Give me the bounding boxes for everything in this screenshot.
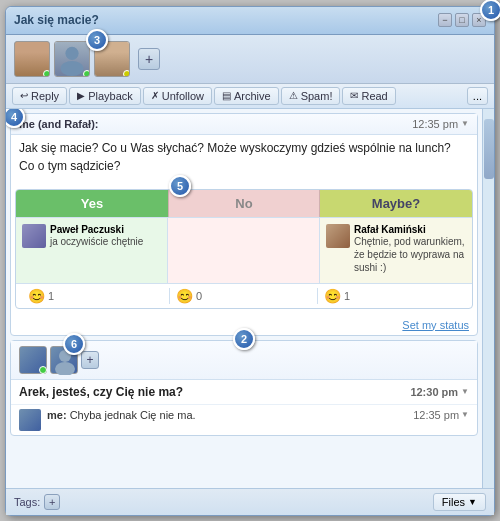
read-button[interactable]: ✉ Read bbox=[342, 87, 395, 105]
svg-point-0 bbox=[65, 46, 78, 59]
spam-icon: ⚠ bbox=[289, 90, 298, 101]
maybe-count: 1 bbox=[344, 290, 350, 302]
conv-1-time-area: 12:35 pm ▼ bbox=[412, 118, 469, 130]
poll-no-votes bbox=[168, 218, 320, 283]
maybe-smiley-icon: 😊 bbox=[324, 288, 341, 304]
reply-time: 12:35 pm bbox=[413, 409, 459, 421]
conv-2-message: Arek, jesteś, czy Cię nie ma? bbox=[19, 385, 183, 399]
add-participant-button[interactable]: + bbox=[138, 48, 160, 70]
conv-1-participants: me (and Rafał): bbox=[19, 118, 98, 130]
status-dot-2 bbox=[83, 70, 90, 77]
yes-smiley-icon: 😊 bbox=[28, 288, 45, 304]
poll-maybe-option[interactable]: Maybe? bbox=[320, 190, 472, 217]
reply-author: me: bbox=[47, 409, 67, 421]
archive-icon: ▤ bbox=[222, 90, 231, 101]
yes-vote-text: Paweł Paczuski ja oczywiście chętnie bbox=[50, 224, 143, 248]
reply-chevron-icon[interactable]: ▼ bbox=[461, 410, 469, 419]
no-count: 0 bbox=[196, 290, 202, 302]
reply-icon: ↩ bbox=[20, 90, 28, 101]
no-count-col: 😊 0 bbox=[170, 288, 318, 304]
status-dot-3 bbox=[123, 70, 130, 77]
conversation-1: 4 me (and Rafał): 12:35 pm ▼ Jak się mac… bbox=[10, 113, 478, 336]
play-icon: ▶ bbox=[77, 90, 85, 101]
no-smiley-icon: 😊 bbox=[176, 288, 193, 304]
yes-count: 1 bbox=[48, 290, 54, 302]
bottom-bar: Tags: + Files ▼ bbox=[6, 488, 494, 515]
poll-votes: Paweł Paczuski ja oczywiście chętnie Raf… bbox=[16, 217, 472, 283]
conv-1-chevron-icon[interactable]: ▼ bbox=[461, 119, 469, 128]
conversations-list: 4 me (and Rafał): 12:35 pm ▼ Jak się mac… bbox=[6, 109, 482, 488]
main-window: Jak się macie? − □ × 1 bbox=[5, 6, 495, 516]
svg-point-3 bbox=[55, 362, 75, 375]
avatar-1[interactable] bbox=[14, 41, 50, 77]
conv-2-add-button[interactable]: + bbox=[81, 351, 99, 369]
yes-voter-avatar bbox=[22, 224, 46, 248]
avatars-bar: 3 + bbox=[6, 35, 494, 84]
scrollbar-thumb[interactable] bbox=[484, 119, 494, 179]
read-icon: ✉ bbox=[350, 90, 358, 101]
title-bar: Jak się macie? − □ × 1 bbox=[6, 7, 494, 35]
conv-2-time-area: 12:30 pm ▼ bbox=[410, 385, 469, 399]
maybe-voter-avatar bbox=[326, 224, 350, 248]
main-content: 4 me (and Rafał): 12:35 pm ▼ Jak się mac… bbox=[6, 109, 494, 488]
poll-footer: 😊 1 😊 0 😊 1 bbox=[16, 283, 472, 308]
tags-label: Tags: bbox=[14, 496, 40, 508]
conv-1-time: 12:35 pm bbox=[412, 118, 458, 130]
conv-2-time: 12:30 pm bbox=[410, 386, 458, 398]
yes-vote-entry: Paweł Paczuski ja oczywiście chętnie bbox=[22, 224, 161, 248]
badge-3: 3 bbox=[86, 29, 108, 51]
conversation-2: + 6 Arek, jesteś, czy Cię nie ma? 12:30 … bbox=[10, 340, 478, 436]
avatar-2[interactable] bbox=[54, 41, 90, 77]
reply-button[interactable]: ↩ Reply bbox=[12, 87, 67, 105]
conv-2-status-dot bbox=[39, 366, 47, 374]
badge-1: 1 bbox=[480, 0, 500, 21]
poll: Yes No Maybe? 5 Paweł Paczusk bbox=[15, 189, 473, 309]
poll-no-option[interactable]: No bbox=[168, 190, 320, 217]
restore-button[interactable]: □ bbox=[455, 13, 469, 27]
window-title: Jak się macie? bbox=[14, 13, 99, 27]
badge-2: 2 bbox=[233, 328, 255, 350]
conv-2-message-area: Arek, jesteś, czy Cię nie ma? 12:30 pm ▼ bbox=[11, 380, 477, 404]
status-dot-1 bbox=[43, 70, 50, 77]
playback-button[interactable]: ▶ Playback bbox=[69, 87, 141, 105]
conv-1-body: Jak się macie? Co u Was słychać? Może wy… bbox=[11, 135, 477, 183]
poll-options: Yes No Maybe? bbox=[16, 190, 472, 217]
files-dropdown-icon: ▼ bbox=[468, 497, 477, 507]
reply-avatar bbox=[19, 409, 41, 431]
conv-2-avatar-1 bbox=[19, 346, 47, 374]
maybe-count-col: 😊 1 bbox=[318, 288, 466, 304]
unfollow-button[interactable]: ✗ Unfollow bbox=[143, 87, 212, 105]
yes-count-col: 😊 1 bbox=[22, 288, 170, 304]
conv-1-message-2: Co o tym sądzicie? bbox=[19, 159, 469, 173]
reply-time-area: 12:35 pm ▼ bbox=[413, 409, 469, 421]
svg-point-1 bbox=[61, 60, 84, 75]
tags-area: Tags: + bbox=[14, 494, 60, 510]
conv-1-message-1: Jak się macie? Co u Was słychać? Może wy… bbox=[19, 141, 469, 155]
more-button[interactable]: ... bbox=[467, 87, 488, 105]
unfollow-icon: ✗ bbox=[151, 90, 159, 101]
add-tag-button[interactable]: + bbox=[44, 494, 60, 510]
maybe-vote-text: Rafał Kamiński Chętnie, pod warunkiem, ż… bbox=[354, 224, 466, 274]
reply-text: Chyba jednak Cię nie ma. bbox=[70, 409, 196, 421]
toolbar: ↩ Reply ▶ Playback ✗ Unfollow ▤ Archive … bbox=[6, 84, 494, 109]
conv-1-header: me (and Rafał): 12:35 pm ▼ bbox=[11, 114, 477, 135]
poll-yes-votes: Paweł Paczuski ja oczywiście chętnie bbox=[16, 218, 168, 283]
badge-6: 6 bbox=[63, 333, 85, 355]
spam-button[interactable]: ⚠ Spam! bbox=[281, 87, 341, 105]
reply-content: me: Chyba jednak Cię nie ma. bbox=[47, 409, 407, 421]
conv-2-reply: me: Chyba jednak Cię nie ma. 12:35 pm ▼ bbox=[11, 404, 477, 435]
archive-button[interactable]: ▤ Archive bbox=[214, 87, 279, 105]
conv-2-chevron-icon[interactable]: ▼ bbox=[461, 387, 469, 396]
scrollbar[interactable] bbox=[482, 109, 494, 488]
minimize-button[interactable]: − bbox=[438, 13, 452, 27]
files-button[interactable]: Files ▼ bbox=[433, 493, 486, 511]
title-controls: − □ × bbox=[438, 13, 486, 27]
poll-maybe-votes: Rafał Kamiński Chętnie, pod warunkiem, ż… bbox=[320, 218, 472, 283]
poll-yes-option[interactable]: Yes bbox=[16, 190, 168, 217]
maybe-vote-entry: Rafał Kamiński Chętnie, pod warunkiem, ż… bbox=[326, 224, 466, 274]
